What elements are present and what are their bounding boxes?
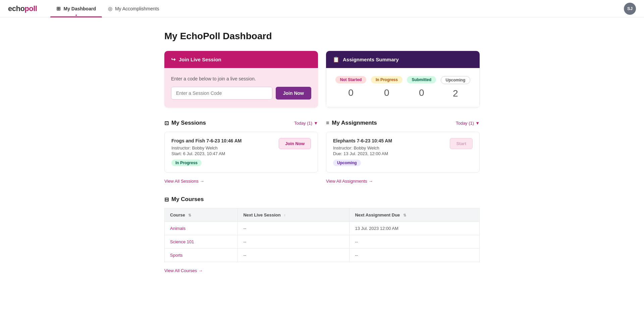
sessions-filter-label: Today (1) — [294, 121, 312, 126]
upcoming-badge: Upcoming — [441, 76, 471, 84]
course-name-cell: Sports — [165, 249, 238, 262]
navbar: echopoll ⊞ My Dashboard ◎ My Accomplishm… — [0, 0, 644, 17]
nav-dashboard[interactable]: ⊞ My Dashboard — [50, 0, 102, 17]
courses-icon: ⊟ — [164, 196, 169, 203]
assignments-section-header: ≡ My Assignments Today (1) ▼ — [326, 120, 480, 126]
view-all-courses-link[interactable]: View All Courses → — [164, 268, 203, 273]
nav-accomplishments-label: My Accomplishments — [115, 6, 159, 11]
course-link[interactable]: Animals — [170, 226, 185, 231]
accomplishments-icon: ◎ — [108, 6, 112, 12]
assignments-icon: ≡ — [326, 120, 329, 126]
as-header-label: Assignments Summary — [343, 57, 399, 62]
view-all-sessions-link[interactable]: View All Sessions → — [164, 179, 204, 184]
col-next-assignment-label: Next Assignment Due — [355, 212, 400, 217]
dashboard-icon: ⊞ — [56, 6, 61, 12]
arrow-right-icon: → — [198, 268, 203, 273]
jls-header-label: Join Live Session — [179, 57, 221, 62]
session-status-badge: In Progress — [171, 160, 202, 166]
col-next-assignment[interactable]: Next Assignment Due ⇅ — [350, 208, 480, 222]
calendar-icon: 📋 — [333, 56, 339, 63]
course-link[interactable]: Sports — [170, 253, 183, 258]
nav-items: ⊞ My Dashboard ◎ My Accomplishments — [50, 0, 165, 17]
submitted-count: 0 — [407, 87, 436, 98]
as-header: 📋 Assignments Summary — [326, 51, 480, 68]
session-code-input[interactable] — [171, 87, 272, 100]
page-title: My EchoPoll Dashboard — [164, 31, 480, 42]
join-icon: ↪ — [171, 56, 175, 63]
session-instructor: Instructor: Bobby Welch — [171, 145, 242, 150]
sessions-title: ⊡ My Sessions — [164, 120, 206, 126]
course-link[interactable]: Science 101 — [170, 239, 194, 244]
table-row: Sports -- -- — [165, 249, 480, 262]
assignment-start-button[interactable]: Start — [450, 138, 473, 149]
logo-echo: echo — [8, 4, 24, 13]
session-title: Frogs and Fish 7-6-23 10:46 AM — [171, 138, 242, 143]
session-card: Frogs and Fish 7-6-23 10:46 AM Instructo… — [164, 132, 318, 173]
top-cards: ↪ Join Live Session Enter a code below t… — [164, 51, 480, 108]
col-course-label: Course — [170, 212, 185, 217]
jls-description: Enter a code below to join a live sessio… — [171, 76, 311, 81]
submitted-badge: Submitted — [407, 76, 436, 83]
col-next-session-label: Next Live Session — [243, 212, 280, 217]
as-stats: Not Started 0 In Progress 0 Submitted 0 … — [333, 76, 473, 99]
course-name-cell: Science 101 — [165, 235, 238, 249]
assignments-title: ≡ My Assignments — [326, 120, 377, 126]
course-name-cell: Animals — [165, 222, 238, 235]
assignments-title-text: My Assignments — [332, 120, 377, 126]
app-logo: echopoll — [8, 4, 37, 13]
upcoming-count: 2 — [441, 88, 471, 99]
stat-not-started: Not Started 0 — [335, 76, 367, 98]
nav-dashboard-label: My Dashboard — [63, 6, 96, 11]
my-courses-section: ⊟ My Courses Course ⇅ Next Live Session … — [164, 196, 480, 273]
arrow-right-icon: → — [369, 179, 373, 184]
next-session-cell: -- — [238, 235, 350, 249]
session-join-button[interactable]: Join Now — [279, 138, 311, 149]
user-avatar[interactable]: SJ — [624, 3, 636, 15]
next-session-cell: -- — [238, 249, 350, 262]
sessions-filter[interactable]: Today (1) ▼ — [294, 121, 318, 126]
session-start: Start: 6 Jul. 2023, 10:47 AM — [171, 151, 242, 156]
view-all-courses-label: View All Courses — [164, 268, 197, 273]
view-all-assignments-link[interactable]: View All Assignments → — [326, 179, 373, 184]
my-assignments-section: ≡ My Assignments Today (1) ▼ Elephants 7… — [326, 120, 480, 184]
assignment-instructor: Instructor: Bobby Welch — [333, 145, 392, 150]
assignment-status-badge: Upcoming — [333, 160, 361, 166]
join-live-session-card: ↪ Join Live Session Enter a code below t… — [164, 51, 318, 108]
stat-submitted: Submitted 0 — [407, 76, 436, 98]
assignment-title: Elephants 7-6-23 10:45 AM — [333, 138, 392, 143]
sessions-section-header: ⊡ My Sessions Today (1) ▼ — [164, 120, 318, 126]
sessions-title-text: My Sessions — [171, 120, 206, 126]
table-row: Science 101 -- -- — [165, 235, 480, 249]
chevron-down-icon: ▼ — [314, 121, 318, 126]
jls-input-row: Join Now — [171, 87, 311, 100]
view-all-assignments-label: View All Assignments — [326, 179, 367, 184]
logo-poll: poll — [24, 4, 37, 13]
arrow-right-icon: → — [200, 179, 204, 184]
session-info: Frogs and Fish 7-6-23 10:46 AM Instructo… — [171, 138, 242, 166]
assignment-card: Elephants 7-6-23 10:45 AM Instructor: Bo… — [326, 132, 480, 173]
nav-accomplishments[interactable]: ◎ My Accomplishments — [102, 0, 165, 17]
my-sessions-section: ⊡ My Sessions Today (1) ▼ Frogs and Fish… — [164, 120, 318, 184]
stat-in-progress: In Progress 0 — [371, 76, 402, 98]
assignment-due: Due: 13 Jul. 2023, 12:00 AM — [333, 151, 392, 156]
next-session-cell: -- — [238, 222, 350, 235]
col-course[interactable]: Course ⇅ — [165, 208, 238, 222]
sort-assignment-icon: ⇅ — [403, 213, 406, 217]
stat-upcoming: Upcoming 2 — [441, 76, 471, 99]
courses-table: Course ⇅ Next Live Session ↑ Next Assign… — [164, 208, 480, 262]
assignments-filter[interactable]: Today (1) ▼ — [456, 121, 480, 126]
main-content: My EchoPoll Dashboard ↪ Join Live Sessio… — [158, 17, 486, 300]
jls-body: Enter a code below to join a live sessio… — [164, 68, 318, 108]
sessions-icon: ⊡ — [164, 120, 169, 126]
chevron-down-icon: ▼ — [475, 121, 480, 126]
not-started-badge: Not Started — [335, 76, 367, 83]
sort-session-icon: ↑ — [284, 213, 286, 217]
next-assignment-cell: -- — [350, 235, 480, 249]
assignments-summary-card: 📋 Assignments Summary Not Started 0 In P… — [326, 51, 480, 108]
col-next-session[interactable]: Next Live Session ↑ — [238, 208, 350, 222]
view-all-sessions-label: View All Sessions — [164, 179, 199, 184]
join-now-button[interactable]: Join Now — [276, 87, 311, 100]
as-body: Not Started 0 In Progress 0 Submitted 0 … — [326, 68, 480, 107]
table-row: Animals -- 13 Jul. 2023 12:00 AM — [165, 222, 480, 235]
jls-header: ↪ Join Live Session — [164, 51, 318, 68]
